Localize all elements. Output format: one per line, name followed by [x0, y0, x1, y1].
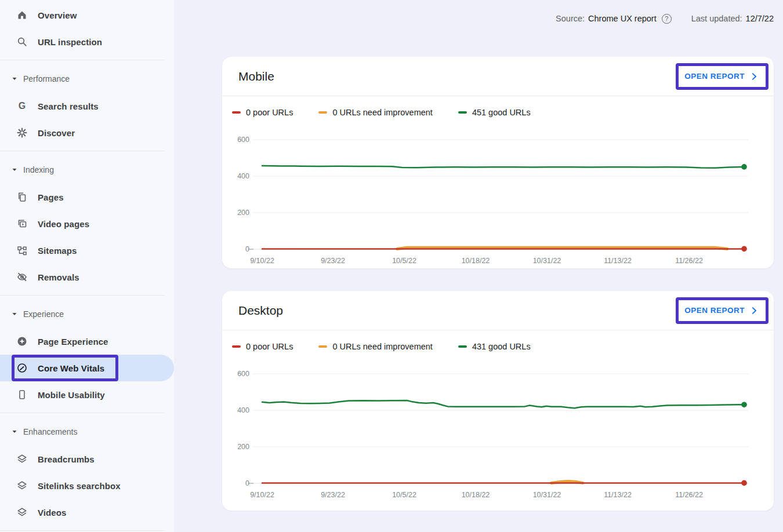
sidebar-item-label: Discover [38, 128, 75, 138]
svg-text:400: 400 [237, 406, 249, 414]
removals-icon [16, 271, 28, 283]
legend-item-good[interactable]: 431 good URLs [458, 342, 531, 351]
legend-item-needs-improvement[interactable]: 0 URLs need improvement [318, 342, 432, 351]
mobile-card-header: Mobile OPEN REPORT [222, 57, 774, 96]
legend-dash-needs-improvement [318, 111, 327, 114]
svg-text:10/18/22: 10/18/22 [462, 257, 490, 265]
svg-text:600: 600 [237, 136, 249, 144]
svg-text:11/26/22: 11/26/22 [675, 491, 703, 499]
chart-legend: 0 poor URLs 0 URLs need improvement 451 … [222, 96, 774, 134]
legend-item-poor[interactable]: 0 poor URLs [232, 342, 293, 351]
legend-dash-good [458, 345, 467, 348]
sidebar-item-label: Pages [38, 192, 64, 202]
open-report-label: OPEN REPORT [684, 72, 745, 81]
sidebar-item-url-inspection[interactable]: URL inspection [0, 28, 174, 55]
section-header-label: Performance [23, 74, 70, 83]
chart-legend: 0 poor URLs 0 URLs need improvement 431 … [222, 330, 774, 368]
svg-text:10/5/22: 10/5/22 [392, 491, 416, 499]
svg-text:400: 400 [237, 172, 249, 180]
chevron-down-icon [12, 429, 17, 435]
svg-text:11/13/22: 11/13/22 [604, 257, 632, 265]
sidebar-item-core-web-vitals[interactable]: Core Web Vitals [0, 355, 174, 381]
sidebar-item-search-results[interactable]: G Search results [0, 93, 174, 119]
svg-text:200: 200 [237, 443, 249, 451]
help-icon[interactable]: ? [662, 14, 672, 24]
desktop-card: Desktop OPEN REPORT 0 poor URLs 0 URLs n… [222, 291, 774, 511]
chevron-right-icon [749, 306, 759, 315]
svg-text:9/23/22: 9/23/22 [321, 257, 345, 265]
layers-icon [16, 507, 28, 518]
svg-text:10/5/22: 10/5/22 [392, 257, 416, 265]
svg-text:9/10/22: 9/10/22 [250, 491, 274, 499]
mobile-line-chart: 02004006009/10/229/23/2210/5/2210/18/221… [222, 134, 774, 268]
mobile-card: Mobile OPEN REPORT 0 poor URLs 0 URLs ne… [222, 57, 774, 268]
sidebar-divider [0, 530, 164, 531]
open-report-wrap: OPEN REPORT [683, 70, 760, 83]
search-icon [16, 36, 28, 48]
svg-text:10/31/22: 10/31/22 [533, 491, 561, 499]
sitemaps-icon [16, 245, 28, 256]
app-root: Overview URL inspection Performance G Se… [0, 0, 783, 532]
sidebar-item-sitemaps[interactable]: Sitemaps [0, 237, 174, 264]
legend-label: 431 good URLs [472, 342, 531, 351]
svg-text:11/26/22: 11/26/22 [675, 257, 703, 265]
chevron-down-icon [12, 76, 17, 82]
svg-text:600: 600 [237, 370, 249, 378]
sidebar-item-video-pages[interactable]: Video pages [0, 210, 174, 237]
legend-dash-poor [232, 345, 241, 348]
sidebar-item-page-experience[interactable]: Page Experience [0, 328, 174, 355]
open-report-button[interactable]: OPEN REPORT [683, 304, 760, 318]
open-report-label: OPEN REPORT [684, 306, 745, 315]
section-header-label: Enhancements [23, 427, 77, 436]
sidebar-divider [0, 413, 164, 413]
sidebar-item-label: Core Web Vitals [38, 363, 104, 373]
sidebar-item-label: Video pages [38, 219, 89, 229]
legend-label: 451 good URLs [472, 108, 531, 117]
topbar: Source: Chrome UX report ? Last updated:… [222, 0, 774, 37]
main-content: Source: Chrome UX report ? Last updated:… [174, 0, 783, 532]
legend-label: 0 URLs need improvement [332, 108, 432, 117]
desktop-line-chart: 02004006009/10/229/23/2210/5/2210/18/221… [222, 368, 774, 502]
section-header-indexing[interactable]: Indexing [0, 156, 174, 184]
sidebar-item-breadcrumbs[interactable]: Breadcrumbs [0, 446, 174, 472]
open-report-button[interactable]: OPEN REPORT [683, 70, 760, 83]
sidebar-item-discover[interactable]: Discover [0, 119, 174, 146]
legend-dash-needs-improvement [318, 345, 327, 348]
sidebar-item-overview[interactable]: Overview [0, 2, 174, 28]
section-header-experience[interactable]: Experience [0, 300, 174, 328]
pages-icon [16, 191, 28, 203]
source-label: Source: [556, 14, 585, 23]
sidebar-item-label: Page Experience [38, 337, 108, 347]
open-report-wrap: OPEN REPORT [683, 304, 760, 318]
legend-dash-poor [232, 111, 241, 114]
svg-text:11/13/22: 11/13/22 [604, 491, 632, 499]
video-pages-icon [16, 218, 28, 229]
sidebar-item-pages[interactable]: Pages [0, 184, 174, 210]
sidebar-item-label: Search results [38, 101, 99, 111]
sidebar-item-label: Sitemaps [38, 246, 77, 256]
section-header-enhancements[interactable]: Enhancements [0, 418, 174, 446]
svg-text:200: 200 [237, 209, 249, 217]
sidebar-item-videos[interactable]: Videos [0, 499, 174, 526]
svg-text:9/23/22: 9/23/22 [321, 491, 345, 499]
google-g-icon: G [16, 100, 28, 112]
legend-item-good[interactable]: 451 good URLs [458, 108, 531, 117]
sidebar-item-label: URL inspection [38, 37, 102, 47]
core-web-vitals-icon [16, 362, 28, 374]
svg-text:10/18/22: 10/18/22 [462, 491, 490, 499]
sidebar-item-mobile-usability[interactable]: Mobile Usability [0, 381, 174, 408]
sidebar: Overview URL inspection Performance G Se… [0, 0, 174, 532]
card-title: Mobile [238, 70, 274, 83]
source-value: Chrome UX report [588, 14, 657, 23]
section-header-performance[interactable]: Performance [0, 65, 174, 93]
sidebar-item-removals[interactable]: Removals [0, 264, 174, 290]
legend-item-needs-improvement[interactable]: 0 URLs need improvement [318, 108, 432, 117]
sidebar-item-label: Videos [38, 508, 67, 518]
sidebar-item-label: Removals [38, 272, 79, 282]
legend-item-poor[interactable]: 0 poor URLs [232, 108, 293, 117]
sidebar-item-sitelinks-searchbox[interactable]: Sitelinks searchbox [0, 472, 174, 499]
home-icon [16, 9, 28, 21]
chevron-down-icon [12, 167, 17, 173]
svg-text:10/31/22: 10/31/22 [533, 257, 561, 265]
sidebar-item-label: Sitelinks searchbox [38, 481, 121, 491]
